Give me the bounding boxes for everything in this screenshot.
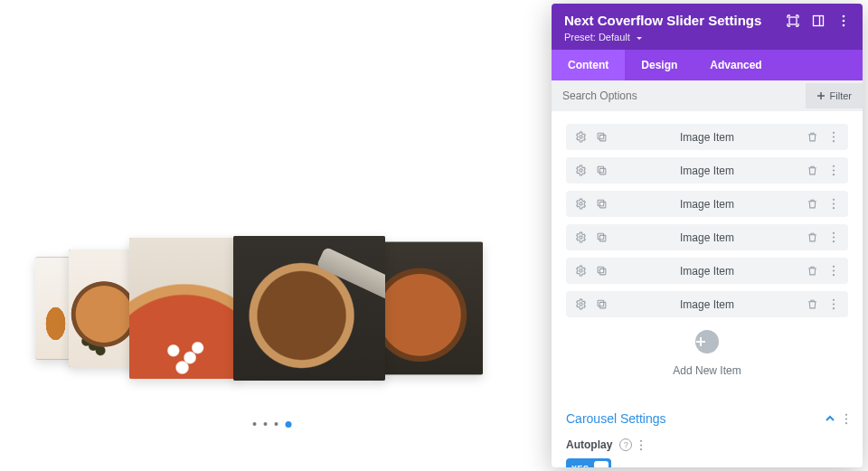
slide-4[interactable] [378,241,483,374]
svg-point-23 [832,199,834,201]
svg-point-17 [832,165,834,167]
kebab-icon[interactable] [827,198,839,210]
add-item-button[interactable] [695,330,719,353]
svg-point-8 [580,136,582,138]
pagination-dot[interactable] [274,422,278,426]
image-item-label: Image Item [680,298,734,311]
preset-value: Default [599,32,630,42]
svg-rect-21 [599,202,606,208]
search-input[interactable] [552,80,806,111]
pagination-dot[interactable] [252,422,256,426]
svg-point-29 [832,232,834,234]
trash-icon[interactable] [807,198,818,210]
svg-point-26 [580,236,582,239]
svg-point-35 [832,266,834,268]
expand-icon[interactable] [787,14,799,27]
gear-icon[interactable] [575,165,587,176]
svg-rect-28 [598,233,604,240]
svg-point-30 [832,236,834,238]
duplicate-icon[interactable] [596,231,608,243]
svg-rect-39 [599,302,606,308]
svg-point-46 [845,413,847,415]
tab-design[interactable]: Design [625,50,693,80]
svg-rect-9 [599,135,606,141]
svg-point-38 [580,303,582,306]
gear-icon[interactable] [575,231,587,243]
filter-button[interactable]: Filter [806,83,863,108]
kebab-icon[interactable] [827,265,839,277]
panel-header: Next Coverflow Slider Settings Preset: D… [552,4,863,50]
duplicate-icon[interactable] [596,198,608,210]
coverflow-slider[interactable] [19,209,525,408]
svg-point-36 [832,269,834,271]
gear-icon[interactable] [575,198,587,210]
trash-icon[interactable] [807,298,818,310]
trash-icon[interactable] [807,231,818,243]
duplicate-icon[interactable] [596,265,608,277]
gear-icon[interactable] [575,298,587,310]
image-item-label: Image Item [680,198,734,211]
gear-icon[interactable] [575,265,587,277]
duplicate-icon[interactable] [596,165,608,176]
svg-point-49 [640,439,642,441]
preset-selector[interactable]: Preset: Default [564,32,850,42]
svg-point-31 [832,240,834,242]
kebab-icon[interactable] [827,165,839,176]
chevron-up-icon[interactable] [825,413,835,424]
svg-point-37 [832,274,834,276]
duplicate-icon[interactable] [596,131,608,143]
image-items-list: Image Item Image Item [566,124,848,317]
panel-title: Next Coverflow Slider Settings [564,13,761,28]
svg-point-20 [580,203,582,205]
pagination-dot[interactable] [263,422,267,426]
kebab-icon[interactable] [827,231,839,243]
tab-content[interactable]: Content [552,50,625,80]
image-item-row[interactable]: Image Item [566,191,848,217]
svg-point-43 [832,307,834,309]
tabs: Content Design Advanced [552,50,863,80]
image-item-label: Image Item [680,131,734,144]
svg-rect-33 [599,268,606,275]
image-item-row[interactable]: Image Item [566,258,848,284]
svg-rect-1 [814,15,824,25]
panel-layout-icon[interactable] [812,14,825,27]
image-item-row[interactable]: Image Item [566,124,848,150]
image-item-label: Image Item [680,265,734,278]
tab-advanced[interactable]: Advanced [693,50,778,80]
kebab-icon[interactable] [844,413,848,425]
trash-icon[interactable] [807,265,818,277]
slide-3-active[interactable] [233,236,385,381]
gear-icon[interactable] [575,131,587,143]
carousel-settings-header[interactable]: Carousel Settings [566,411,848,429]
svg-rect-40 [598,300,604,306]
help-icon[interactable]: ? [619,438,632,451]
add-item-label: Add New Item [566,364,848,377]
svg-point-25 [832,207,834,209]
slide-2[interactable] [129,238,240,379]
svg-point-41 [832,299,834,301]
image-item-row[interactable]: Image Item [566,291,848,317]
toggle-text: YES [571,464,590,467]
kebab-icon[interactable] [827,131,839,143]
svg-point-18 [832,169,834,171]
autoplay-toggle[interactable]: YES [566,458,611,467]
svg-point-4 [843,19,845,22]
trash-icon[interactable] [807,165,818,176]
svg-point-24 [832,203,834,204]
kebab-icon[interactable] [827,298,839,310]
autoplay-label: Autoplay [566,438,612,451]
svg-point-14 [580,169,582,172]
image-item-row[interactable]: Image Item [566,157,848,184]
svg-rect-10 [598,133,604,139]
pagination-dot-active[interactable] [285,421,291,428]
svg-point-48 [845,422,847,424]
preset-prefix: Preset: [564,32,596,42]
kebab-icon[interactable] [639,439,643,451]
svg-rect-34 [598,267,604,273]
kebab-icon[interactable] [837,14,850,27]
duplicate-icon[interactable] [596,298,608,310]
trash-icon[interactable] [807,131,818,143]
image-item-row[interactable]: Image Item [566,224,848,250]
svg-point-42 [832,303,834,305]
svg-point-32 [580,269,582,272]
